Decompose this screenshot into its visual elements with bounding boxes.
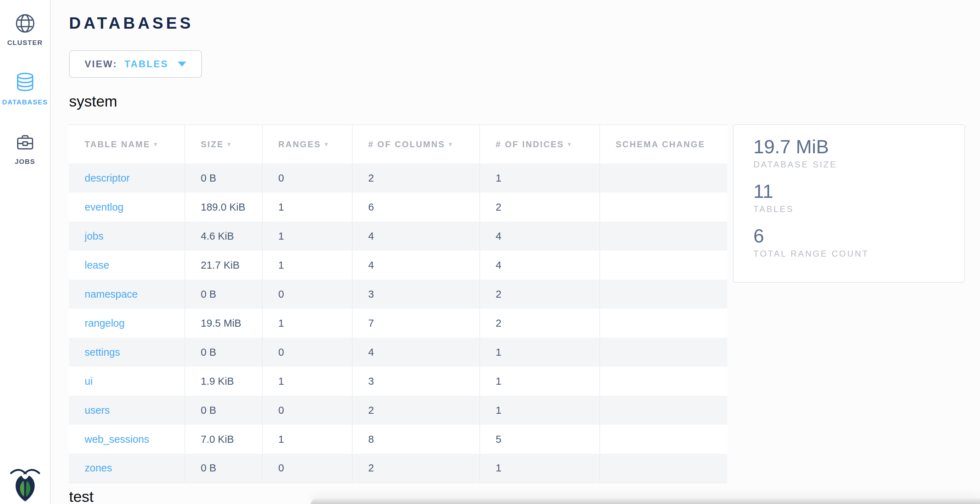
cell-schema-change [600,164,727,192]
main-content: DATABASES VIEW: TABLES system TABLE NAME… [51,0,980,504]
cell-indices: 4 [480,251,600,280]
system-tables-table: TABLE NAME▾SIZE▾RANGES▾# OF COLUMNS▾# OF… [69,124,727,483]
cell-indices: 2 [480,280,600,308]
cell-schema-change [600,221,727,251]
table-row: ui1.9 KiB131 [69,367,727,396]
table-name-link[interactable]: descriptor [84,172,130,184]
stat-database-size: 19.7 MiB DATABASE SIZE [753,135,954,170]
stat-total-range-count: 6 TOTAL RANGE COUNT [753,225,954,259]
sidebar-item-databases[interactable]: DATABASES [0,72,50,106]
column-header-of-indices[interactable]: # OF INDICES▾ [480,125,600,164]
cell-columns: 3 [352,367,480,396]
cell-columns: 6 [352,192,480,221]
cell-table-name: zones [69,454,185,483]
cell-columns: 4 [352,221,480,251]
column-header-label: RANGES [278,140,321,149]
sidebar: CLUSTER DATABASES JOBS [0,0,51,504]
view-selector-dropdown[interactable]: VIEW: TABLES [69,50,202,78]
cell-table-name: web_sessions [69,425,185,454]
stat-value: 11 [753,180,954,202]
cell-ranges: 0 [262,280,352,308]
cockroachdb-bug-logo [5,465,45,502]
cell-indices: 2 [480,192,600,221]
table-row: zones0 B021 [69,454,727,483]
table-name-link[interactable]: jobs [84,231,103,242]
cell-indices: 1 [480,454,600,483]
table-name-link[interactable]: lease [84,259,109,271]
cell-ranges: 1 [262,251,352,280]
cell-size: 21.7 KiB [185,251,262,280]
sort-caret-icon: ▾ [568,140,572,148]
cell-indices: 1 [480,338,600,367]
cell-table-name: eventlog [69,192,185,221]
system-table-header-row: TABLE NAME▾SIZE▾RANGES▾# OF COLUMNS▾# OF… [69,125,727,164]
sidebar-item-label: CLUSTER [7,39,43,47]
column-header-table-name[interactable]: TABLE NAME▾ [69,125,185,164]
table-name-link[interactable]: namespace [84,288,138,300]
globe-icon [14,12,37,35]
cell-columns: 7 [352,308,480,338]
cell-table-name: lease [69,251,185,280]
sidebar-item-label: JOBS [15,158,35,165]
cell-ranges: 1 [262,192,352,221]
cell-columns: 2 [352,396,480,425]
cell-schema-change [600,396,727,425]
database-icon [14,72,37,94]
table-row: descriptor0 B021 [69,164,727,192]
table-name-link[interactable]: settings [84,347,120,358]
table-name-link[interactable]: eventlog [84,201,124,213]
column-header-size[interactable]: SIZE▾ [185,125,262,164]
table-name-link[interactable]: zones [84,462,112,474]
briefcase-icon [14,131,37,154]
cell-schema-change [600,454,727,483]
cell-columns: 4 [352,251,480,280]
cell-columns: 3 [352,280,480,308]
database-summary-card: 19.7 MiB DATABASE SIZE 11 TABLES 6 TOTAL… [733,124,965,283]
table-name-link[interactable]: users [84,405,110,416]
cell-schema-change [600,251,727,280]
cell-indices: 2 [480,308,600,338]
cell-table-name: settings [69,338,185,367]
stat-value: 6 [753,225,954,247]
cell-schema-change [600,338,727,367]
database-heading-system: system [69,93,980,110]
cell-ranges: 1 [262,308,352,338]
cell-size: 1.9 KiB [185,367,262,396]
sidebar-item-cluster[interactable]: CLUSTER [0,12,50,47]
cell-ranges: 0 [262,396,352,425]
cell-ranges: 0 [262,338,352,367]
table-row: users0 B021 [69,396,727,425]
cell-schema-change [600,308,727,338]
cell-columns: 8 [352,425,480,454]
table-name-link[interactable]: ui [84,375,93,387]
cell-table-name: ui [69,367,185,396]
table-name-link[interactable]: rangelog [84,318,125,329]
cell-size: 0 B [185,338,262,367]
cell-indices: 1 [480,164,600,192]
cell-table-name: jobs [69,221,185,251]
column-header-of-columns[interactable]: # OF COLUMNS▾ [352,125,480,164]
column-header-ranges[interactable]: RANGES▾ [262,125,352,164]
sidebar-item-jobs[interactable]: JOBS [0,131,50,165]
cell-ranges: 1 [262,367,352,396]
table-row: eventlog189.0 KiB162 [69,192,727,221]
column-header-label: TABLE NAME [84,140,151,149]
column-header-label: # OF COLUMNS [368,140,445,149]
system-table-body: descriptor0 B021eventlog189.0 KiB162jobs… [69,164,727,483]
sort-caret-icon: ▾ [325,140,329,148]
table-row: settings0 B041 [69,338,727,367]
cell-columns: 2 [352,164,480,192]
cell-columns: 2 [352,454,480,483]
column-header-label: # OF INDICES [496,140,564,149]
table-row: namespace0 B032 [69,280,727,308]
view-selector-value: TABLES [125,59,169,70]
cell-schema-change [600,280,727,308]
system-section-row: TABLE NAME▾SIZE▾RANGES▾# OF COLUMNS▾# OF… [69,124,980,483]
stat-value: 19.7 MiB [753,135,954,157]
cell-indices: 1 [480,396,600,425]
cell-table-name: rangelog [69,308,185,338]
table-name-link[interactable]: web_sessions [84,434,149,445]
stat-label: TABLES [753,204,954,214]
cell-size: 19.5 MiB [185,308,262,338]
caret-down-icon [178,62,186,67]
